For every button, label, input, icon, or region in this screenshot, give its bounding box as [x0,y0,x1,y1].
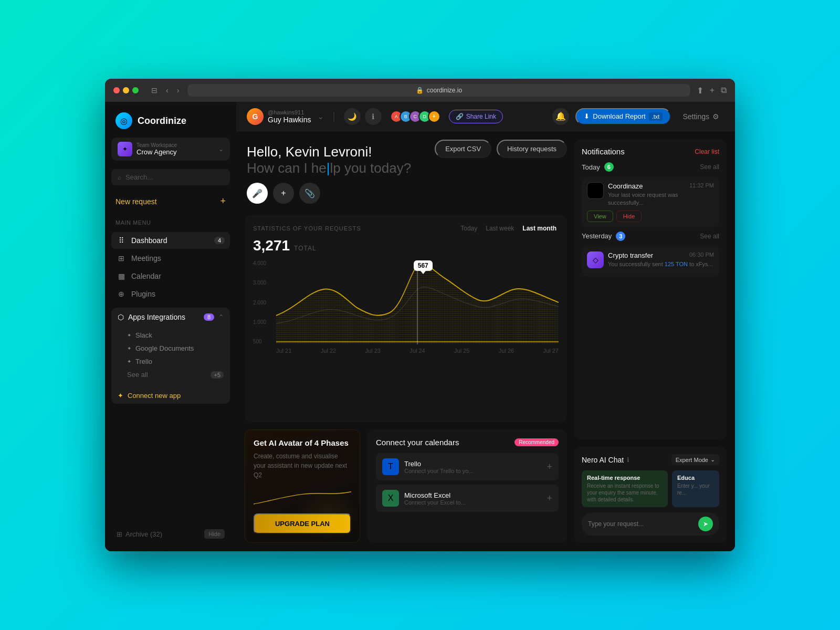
more-avatars[interactable]: + [428,110,440,123]
hero-sub1: How can I he [247,160,327,176]
calendar-item-excel[interactable]: X Microsoft Excel Connect your Excel to.… [376,485,559,512]
app-name: Coordinize [138,116,186,127]
sidebar-item-plugins[interactable]: ⊕ Plugins [111,286,230,302]
see-all-apps[interactable]: See all +5 [127,368,224,381]
app-container: ◎ Coordinize ✦ Team Workspace Crow Agenc… [105,102,735,551]
ai-avatar-desc: Create, costume and visualise your assis… [254,452,351,480]
add-button[interactable]: + [273,183,294,204]
download-ext: .txt [649,112,663,121]
traffic-lights [113,87,139,93]
crypto-link[interactable]: 125 TON [665,261,688,267]
sidebar-toggle-icon[interactable]: ⊟ [149,85,160,96]
x-label: Jul 24 [410,348,425,354]
yesterday-text: Yesterday [582,232,612,240]
coordinaze-app-icon: ◎ [587,182,604,199]
sidebar-item-calendar[interactable]: ▦ Calendar [111,268,230,285]
share-link-button[interactable]: 🔗 Share Link [449,110,503,123]
yesterday-label: Yesterday 3 [582,232,625,241]
tooltip-value: 567 [418,262,428,269]
export-csv-button[interactable]: Export CSV [435,140,491,158]
plus-icon: + [220,196,226,207]
plus-circle-icon: ✦ [118,392,123,400]
workspace-selector[interactable]: ✦ Team Workspace Crow Agency ⌄ [111,138,230,161]
mini-chart-svg [254,486,351,507]
meetings-icon: ⊞ [117,254,126,262]
sidebar-item-dashboard[interactable]: ⠿ Dashboard 4 [111,232,230,249]
app-item-slack[interactable]: ✦ Slack [127,329,224,342]
see-all-count: +5 [211,371,224,379]
new-tab-icon[interactable]: + [710,86,715,96]
notif-item-crypto: ◇ Crypto transfer 06:30 PM You successfu… [582,246,719,277]
dark-mode-toggle[interactable]: 🌙 [344,108,361,125]
x-label: Jul 22 [321,348,336,354]
hide-notification-button[interactable]: Hide [616,211,642,222]
stats-card: STATISTICS OF YOUR REQUESTS Today Last w… [245,215,567,422]
app-item-google-docs[interactable]: ✦ Google Documents [127,342,224,355]
chat-send-button[interactable]: ➤ [698,517,713,531]
search-box[interactable]: ⌕ Search... [111,169,230,185]
see-all-yesterday[interactable]: See all [700,233,719,240]
app-item-trello[interactable]: ✦ Trello [127,355,224,368]
link-icon: 🔗 [456,113,464,120]
clear-list-button[interactable]: Clear list [695,148,719,155]
apps-icon: ⬡ [118,313,124,321]
chevron-down-icon: ⌄ [710,456,715,463]
share-icon[interactable]: ⬆ [697,86,704,96]
browser-window: ⊟ ‹ › 🔒 coordinize.io ⬆ + ⧉ ◎ Coordinize… [105,79,735,551]
connect-new-app[interactable]: ✦ Connect new app [111,387,230,404]
view-button[interactable]: View [587,211,613,222]
chart-container: 4.000 3.000 2.000 1.000 500 567 [253,260,559,354]
upgrade-plan-button[interactable]: UPGRADE PLAN [254,513,351,534]
period-last-week[interactable]: Last week [484,224,516,233]
sidebar-item-meetings[interactable]: ⊞ Meetings [111,250,230,267]
x-label: Jul 23 [365,348,381,354]
period-today[interactable]: Today [458,224,479,233]
attach-button[interactable]: 📎 [299,183,320,204]
workspace-icon: ✦ [118,142,132,156]
add-trello-icon[interactable]: + [547,461,552,472]
close-button[interactable] [113,87,120,93]
minimize-button[interactable] [123,87,129,93]
expert-mode-selector[interactable]: Expert Mode ⌄ [671,454,719,465]
main-menu-label: Main Menu [111,217,230,228]
settings-button[interactable]: Settings ⚙ [677,109,724,124]
user-handle: @hawkins911 [268,109,311,116]
dot-icon: ✦ [127,359,131,364]
chat-input-row: ➤ [582,512,719,536]
back-icon[interactable]: ‹ [164,85,171,96]
notif-title: Notifications [582,147,625,156]
tabs-icon[interactable]: ⧉ [721,86,727,96]
download-label: Download Report [593,112,645,120]
new-request-button[interactable]: New request + [111,194,230,209]
chat-input[interactable] [588,520,694,528]
notif-item-coordinaze: ◎ Coordinaze 11:32 PM Your last voice re… [582,177,719,227]
notification-button[interactable]: 🔔 [552,108,569,125]
history-requests-button[interactable]: History requests [497,140,567,158]
download-report-button[interactable]: ⬇ Download Report .txt [575,108,671,125]
period-last-month[interactable]: Last month [520,224,559,233]
app-item-label: Trello [135,358,152,365]
user-profile[interactable]: G @hawkins911 Guy Hawkins ⌄ [247,108,324,125]
hide-button[interactable]: Hide [204,529,225,539]
logo-icon: ◎ [116,112,132,129]
stats-header: STATISTICS OF YOUR REQUESTS Today Last w… [253,224,559,233]
yesterday-badge: 3 [616,232,625,241]
maximize-button[interactable] [132,87,139,93]
stats-title: STATISTICS OF YOUR REQUESTS [253,225,361,232]
cal-info: Trello Connect your Trello to yo... [404,460,541,474]
chat-title: Nero AI Chat ℹ [582,456,629,464]
archive-link[interactable]: ⊞ Archive (32) [117,530,162,538]
address-bar[interactable]: 🔒 coordinize.io [187,84,690,97]
forward-icon[interactable]: › [175,85,182,96]
notif-time: 06:30 PM [689,251,714,259]
x-axis-labels: Jul 21 Jul 22 Jul 23 Jul 24 Jul 25 Jul 2… [276,344,559,354]
calendar-item-trello[interactable]: T Trello Connect your Trello to yo... + [376,453,559,480]
apps-integrations-header[interactable]: ⬡ Apps Integrations 8 ⌃ [111,308,230,327]
see-all-today[interactable]: See all [700,163,719,171]
today-label: Today 6 [582,162,614,172]
connect-new-label: Connect new app [128,392,181,400]
info-button[interactable]: ℹ [365,108,382,125]
left-panel: Hello, Kevin Levroni! How can I he|lp yo… [245,140,567,543]
add-excel-icon[interactable]: + [547,493,552,504]
microphone-button[interactable]: 🎤 [247,183,268,204]
